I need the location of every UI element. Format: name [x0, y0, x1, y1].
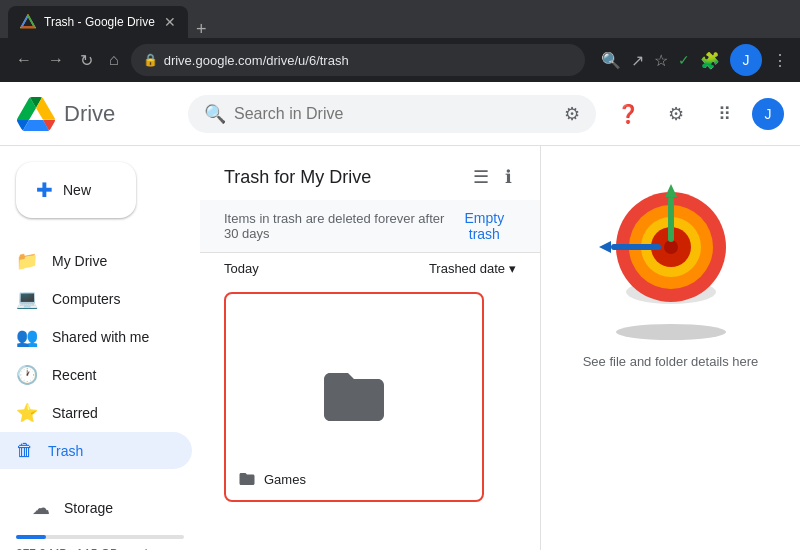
list-view-icon[interactable]: ☰ — [469, 162, 493, 192]
trash-icon: 🗑 — [16, 440, 34, 461]
sidebar-item-computers[interactable]: 💻 Computers — [0, 280, 192, 318]
sidebar-item-storage[interactable]: ☁ Storage — [16, 489, 176, 527]
shared-label: Shared with me — [52, 329, 149, 345]
drive-logo-text: Drive — [64, 101, 115, 127]
svg-point-16 — [616, 324, 726, 340]
sidebar-item-my-drive[interactable]: 📁 My Drive — [0, 242, 192, 280]
starred-label: Starred — [52, 405, 98, 421]
svg-line-2 — [21, 15, 28, 27]
storage-section: ☁ Storage 277.3 MB of 15 GB used Buy sto… — [0, 477, 200, 550]
file-card-games[interactable]: Games — [224, 292, 484, 502]
trash-notice-text: Items in trash are deleted forever after… — [224, 211, 453, 241]
svg-marker-15 — [665, 184, 677, 197]
folder-icon-small — [238, 470, 256, 488]
bookmark-icon[interactable]: ☆ — [654, 51, 668, 70]
file-grid: Games — [200, 284, 540, 510]
sidebar-nav: 📁 My Drive 💻 Computers 👥 Shared with me … — [0, 234, 200, 477]
sidebar-item-starred[interactable]: ⭐ Starred — [0, 394, 192, 432]
right-panel: See file and folder details here + — [540, 146, 800, 550]
browser-menu-icon[interactable]: ⋮ — [772, 51, 788, 70]
checkmark-icon: ✓ — [678, 52, 690, 68]
user-avatar-main[interactable]: J — [752, 98, 784, 130]
svg-marker-13 — [599, 241, 611, 253]
file-label-row: Games — [238, 470, 306, 488]
drive-logo: Drive — [16, 97, 176, 131]
sidebar: ✚ New 📁 My Drive 💻 Computers 👥 Shared wi… — [0, 146, 200, 550]
address-bar-row: ← → ↻ ⌂ 🔒 drive.google.com/drive/u/6/tra… — [0, 38, 800, 82]
page-title: Trash for My Drive — [224, 167, 371, 188]
settings-button[interactable]: ⚙ — [656, 94, 696, 134]
new-button[interactable]: ✚ New — [16, 162, 136, 218]
app-header: Drive 🔍 ⚙ ❓ ⚙ ⠿ J — [0, 82, 800, 146]
content-area: Trash for My Drive ☰ ℹ Items in trash ar… — [200, 146, 540, 550]
computers-label: Computers — [52, 291, 120, 307]
computers-icon: 💻 — [16, 288, 38, 310]
forward-button[interactable]: → — [44, 47, 68, 73]
recent-icon: 🕐 — [16, 364, 38, 386]
svg-marker-1 — [21, 15, 34, 27]
content-header-actions: ☰ ℹ — [469, 162, 516, 192]
active-tab[interactable]: Trash - Google Drive ✕ — [8, 6, 188, 38]
right-panel-detail-text: See file and folder details here — [583, 354, 759, 369]
content-header: Trash for My Drive ☰ ℹ — [200, 146, 540, 200]
trash-notice: Items in trash are deleted forever after… — [200, 200, 540, 253]
tab-bar: Trash - Google Drive ✕ + — [0, 0, 800, 38]
storage-nav-label: Storage — [64, 500, 113, 516]
url-text: drive.google.com/drive/u/6/trash — [164, 53, 349, 68]
new-button-label: New — [63, 182, 91, 198]
help-button[interactable]: ❓ — [608, 94, 648, 134]
shared-icon: 👥 — [16, 326, 38, 348]
svg-line-3 — [28, 15, 35, 27]
back-button[interactable]: ← — [12, 47, 36, 73]
storage-bar-background — [16, 535, 184, 539]
svg-rect-14 — [668, 197, 674, 242]
lock-icon: 🔒 — [143, 53, 158, 67]
sidebar-item-recent[interactable]: 🕐 Recent — [0, 356, 192, 394]
svg-point-11 — [664, 240, 678, 254]
browser-toolbar-icons: 🔍 ↗ ☆ ✓ 🧩 J ⋮ — [601, 44, 788, 76]
storage-bar-fill — [16, 535, 46, 539]
tab-close-icon[interactable]: ✕ — [164, 14, 176, 30]
info-icon[interactable]: ℹ — [501, 162, 516, 192]
sidebar-item-trash[interactable]: 🗑 Trash — [0, 432, 192, 469]
drive-logo-icon — [16, 97, 56, 131]
graphic-shadow — [611, 322, 731, 342]
new-plus-icon: ✚ — [36, 178, 53, 202]
extensions-icon[interactable]: 🧩 — [700, 51, 720, 70]
date-header: Today Trashed date ▾ — [200, 253, 540, 284]
svg-rect-12 — [611, 244, 661, 250]
address-bar[interactable]: 🔒 drive.google.com/drive/u/6/trash — [131, 44, 585, 76]
browser-chrome: Trash - Google Drive ✕ + ← → ↻ ⌂ 🔒 drive… — [0, 0, 800, 82]
sort-arrow-icon: ▾ — [509, 261, 516, 276]
reload-button[interactable]: ↻ — [76, 47, 97, 74]
empty-trash-button[interactable]: Empty trash — [453, 210, 516, 242]
search-bar[interactable]: 🔍 ⚙ — [188, 95, 596, 133]
my-drive-label: My Drive — [52, 253, 107, 269]
tab-title: Trash - Google Drive — [44, 15, 156, 29]
main-content: Trash for My Drive ☰ ℹ Items in trash ar… — [200, 146, 800, 550]
starred-icon: ⭐ — [16, 402, 38, 424]
sort-label[interactable]: Trashed date ▾ — [429, 261, 516, 276]
apps-button[interactable]: ⠿ — [704, 94, 744, 134]
trash-label: Trash — [48, 443, 83, 459]
header-actions: ❓ ⚙ ⠿ J — [608, 94, 784, 134]
share-icon[interactable]: ↗ — [631, 51, 644, 70]
app-layout: ✚ New 📁 My Drive 💻 Computers 👥 Shared wi… — [0, 146, 800, 550]
search-input[interactable] — [234, 105, 556, 123]
storage-icon: ☁ — [32, 497, 50, 519]
browser-search-icon[interactable]: 🔍 — [601, 51, 621, 70]
date-label: Today — [224, 261, 259, 276]
file-name-label: Games — [264, 472, 306, 487]
my-drive-icon: 📁 — [16, 250, 38, 272]
user-avatar[interactable]: J — [730, 44, 762, 76]
new-tab-button[interactable]: + — [196, 20, 207, 38]
recent-label: Recent — [52, 367, 96, 383]
sidebar-item-shared[interactable]: 👥 Shared with me — [0, 318, 192, 356]
folder-icon-large — [318, 361, 390, 433]
svg-marker-0 — [21, 15, 34, 27]
search-filter-icon[interactable]: ⚙ — [564, 103, 580, 125]
tab-favicon-icon — [20, 14, 36, 30]
search-icon: 🔍 — [204, 103, 226, 125]
home-button[interactable]: ⌂ — [105, 47, 123, 73]
sort-label-text: Trashed date — [429, 261, 505, 276]
